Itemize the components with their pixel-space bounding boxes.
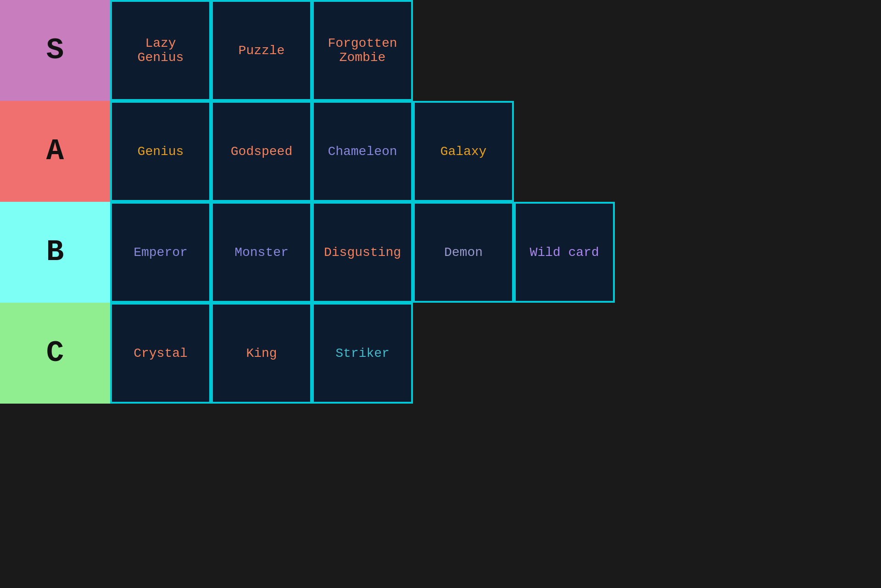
tier-cell-c-1[interactable]: Crystal — [110, 303, 211, 404]
tier-cell-a-4[interactable]: Galaxy — [413, 101, 514, 202]
tier-cell-s-2[interactable]: Puzzle — [211, 0, 312, 101]
tier-label-s: S — [0, 0, 110, 101]
tier-cell-a-3[interactable]: Chameleon — [312, 101, 413, 202]
tier-items-a: GeniusGodspeedChameleonGalaxy — [110, 101, 514, 202]
tier-cell-c-2[interactable]: King — [211, 303, 312, 404]
tier-items-s: Lazy GeniusPuzzleForgotten Zombie — [110, 0, 413, 101]
tier-row-c: CCrystalKingStriker — [0, 303, 615, 404]
tier-cell-c-3[interactable]: Striker — [312, 303, 413, 404]
tier-label-b: B — [0, 202, 110, 303]
tier-cell-b-1[interactable]: Emperor — [110, 202, 211, 303]
tier-cell-s-1[interactable]: Lazy Genius — [110, 0, 211, 101]
tier-cell-b-5[interactable]: Wild card — [514, 202, 615, 303]
tier-cell-a-2[interactable]: Godspeed — [211, 101, 312, 202]
tier-list: SLazy GeniusPuzzleForgotten ZombieAGeniu… — [0, 0, 615, 404]
tier-cell-b-2[interactable]: Monster — [211, 202, 312, 303]
tier-cell-a-1[interactable]: Genius — [110, 101, 211, 202]
tier-cell-s-3[interactable]: Forgotten Zombie — [312, 0, 413, 101]
tier-row-a: AGeniusGodspeedChameleonGalaxy — [0, 101, 615, 202]
tier-label-a: A — [0, 101, 110, 202]
tier-items-b: EmperorMonsterDisgustingDemonWild card — [110, 202, 615, 303]
tier-label-c: C — [0, 303, 110, 404]
tier-items-c: CrystalKingStriker — [110, 303, 413, 404]
tier-row-s: SLazy GeniusPuzzleForgotten Zombie — [0, 0, 615, 101]
tier-row-b: BEmperorMonsterDisgustingDemonWild card — [0, 202, 615, 303]
tier-cell-b-3[interactable]: Disgusting — [312, 202, 413, 303]
tier-cell-b-4[interactable]: Demon — [413, 202, 514, 303]
